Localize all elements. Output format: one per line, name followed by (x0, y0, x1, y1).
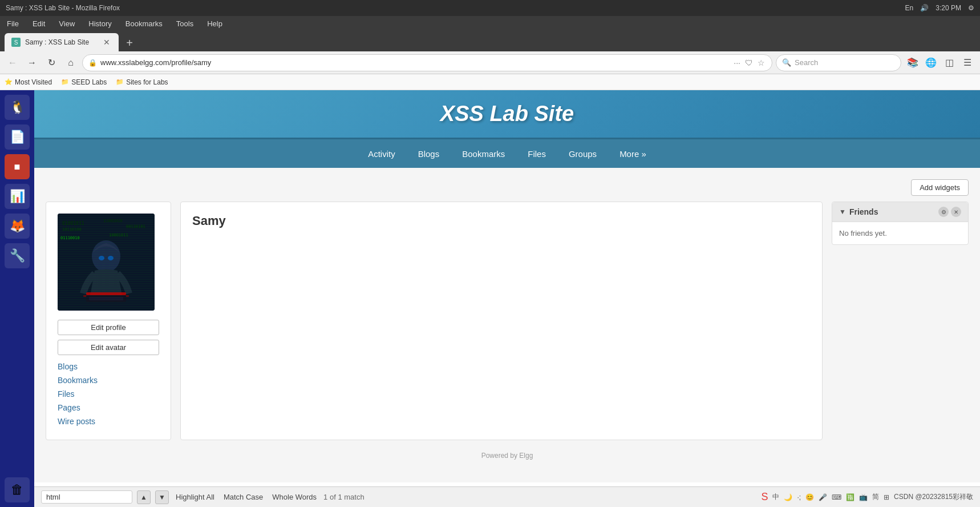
tray-icon-1: S (761, 491, 768, 503)
match-case-option[interactable]: Match Case (221, 492, 265, 502)
taskbar-icon-settings[interactable]: 🔧 (5, 243, 30, 268)
tab-title: Samy : XSS Lab Site (25, 38, 89, 46)
highlight-all-option[interactable]: Highlight All (173, 492, 217, 502)
tray-icon-4: ·; (797, 493, 801, 501)
tray-icon-11: ⊞ (884, 493, 889, 501)
edit-profile-button[interactable]: Edit profile (58, 320, 159, 335)
os-titlebar: Samy : XSS Lab Site - Mozilla Firefox En… (0, 0, 980, 16)
bookmark-star-icon[interactable]: ☆ (756, 57, 766, 69)
reload-button[interactable]: ↻ (43, 55, 59, 71)
synced-tabs-icon[interactable]: 🌐 (923, 55, 939, 71)
new-tab-button[interactable]: + (121, 34, 138, 51)
address-bar-actions: ··· 🛡 ☆ (732, 57, 766, 69)
svg-rect-11 (89, 297, 123, 300)
tray-icon-10: 简 (872, 492, 879, 502)
back-button[interactable]: ← (5, 55, 21, 71)
lock-icon: 🔒 (88, 59, 97, 67)
taskbar-icon-trash[interactable]: 🗑 (5, 477, 30, 502)
svg-text:10001011: 10001011 (109, 233, 128, 238)
nav-groups[interactable]: Groups (569, 149, 597, 159)
bookmark-seed-labs[interactable]: 📁 SEED Labs (61, 78, 107, 86)
profile-avatar-image: 01001011 10110100 11001010 00110101 0111… (58, 214, 155, 311)
edit-avatar-button[interactable]: Edit avatar (58, 340, 159, 355)
menu-bookmarks[interactable]: Bookmarks (123, 18, 165, 29)
whole-words-option[interactable]: Whole Words (270, 492, 319, 502)
system-tray: S 中 🌙 ·; 😊 🎤 ⌨ 🈯 📺 简 ⊞ (761, 491, 889, 503)
find-prev-button[interactable]: ▲ (137, 490, 151, 504)
taskbar-icon-chart[interactable]: 📊 (5, 184, 30, 209)
friends-widget: ▼ Friends ⚙ ✕ No friends yet. (832, 202, 969, 245)
bookmark-seed-labs-label: SEED Labs (71, 78, 107, 86)
profile-link-files[interactable]: Files (58, 387, 159, 401)
friends-settings-icon[interactable]: ⚙ (938, 207, 949, 217)
forward-button[interactable]: → (24, 55, 40, 71)
address-bar[interactable]: 🔒 www.xsslabelgg.com/profile/samy ··· 🛡 … (82, 54, 772, 71)
friends-title: Friends (849, 207, 935, 216)
profile-link-bookmarks[interactable]: Bookmarks (58, 373, 159, 387)
star-icon: ⭐ (5, 78, 13, 86)
url-text: www.xsslabelgg.com/profile/samy (100, 58, 729, 67)
bookmark-sites-labs[interactable]: 📁 Sites for Labs (116, 78, 168, 86)
tray-icon-5: 😊 (805, 493, 814, 501)
nav-blogs[interactable]: Blogs (418, 149, 440, 159)
more-options-icon[interactable]: ··· (732, 57, 742, 69)
find-next-button[interactable]: ▼ (155, 490, 169, 504)
bookmarks-bar: ⭐ Most Visited 📁 SEED Labs 📁 Sites for L… (0, 74, 980, 90)
svg-rect-10 (86, 295, 126, 302)
tray-icon-8: 🈯 (846, 493, 855, 501)
nav-files[interactable]: Files (528, 149, 546, 159)
svg-rect-9 (83, 295, 129, 297)
home-button[interactable]: ⌂ (63, 55, 79, 71)
menu-help[interactable]: Help (205, 18, 225, 29)
os-lang: En (905, 4, 914, 12)
taskbar-icon-firefox[interactable]: 🦊 (5, 214, 30, 239)
bookmark-most-visited[interactable]: ⭐ Most Visited (5, 78, 52, 86)
pocket-icon[interactable]: 🛡 (744, 57, 754, 69)
profile-link-wire-posts[interactable]: Wire posts (58, 415, 159, 428)
library-icon[interactable]: 📚 (905, 55, 921, 71)
tray-icon-3: 🌙 (784, 493, 792, 501)
nav-bookmarks[interactable]: Bookmarks (462, 149, 505, 159)
search-bar[interactable]: 🔍 Search (776, 54, 901, 71)
site-header: XSS Lab Site (34, 90, 980, 139)
profile-link-pages[interactable]: Pages (58, 401, 159, 415)
friends-header: ▼ Friends ⚙ ✕ (832, 202, 968, 222)
nav-bar: ← → ↻ ⌂ 🔒 www.xsslabelgg.com/profile/sam… (0, 51, 980, 74)
tab-favicon: S (11, 38, 21, 47)
profile-main: Samy (180, 202, 823, 440)
nav-more[interactable]: More » (619, 149, 646, 159)
menu-history[interactable]: History (86, 18, 114, 29)
taskbar-icon-document[interactable]: 📄 (5, 124, 30, 150)
tab-close-button[interactable]: ✕ (102, 37, 112, 47)
taskbar-icon-penguin[interactable]: 🐧 (5, 95, 30, 120)
friends-close-icon[interactable]: ✕ (951, 207, 961, 217)
menu-tools[interactable]: Tools (174, 18, 196, 29)
no-friends-text: No friends yet. (839, 229, 887, 238)
profile-link-blogs[interactable]: Blogs (58, 360, 159, 373)
nav-activity[interactable]: Activity (368, 149, 395, 159)
menu-icon[interactable]: ☰ (959, 55, 975, 71)
search-icon: 🔍 (782, 58, 791, 67)
menu-view[interactable]: View (56, 18, 77, 29)
menu-file[interactable]: File (5, 18, 21, 29)
friends-body: No friends yet. (832, 222, 968, 244)
os-time: 3:20 PM (936, 4, 961, 12)
folder-icon-2: 📁 (116, 78, 124, 86)
search-placeholder: Search (795, 58, 818, 67)
tray-icon-7: ⌨ (832, 493, 841, 501)
find-input[interactable] (41, 490, 132, 504)
tab-bar: S Samy : XSS Lab Site ✕ + (0, 31, 980, 51)
sidebar-toggle-icon[interactable]: ◫ (941, 55, 957, 71)
add-widgets-button[interactable]: Add widgets (911, 179, 969, 196)
svg-rect-0 (58, 214, 155, 311)
os-settings-icon[interactable]: ⚙ (968, 4, 974, 12)
status-bar-right: S 中 🌙 ·; 😊 🎤 ⌨ 🈯 📺 简 ⊞ CSDN @20232815彩祥敬 (754, 486, 980, 507)
taskbar-icon-terminal[interactable]: ■ (5, 154, 30, 179)
taskbar-bottom: 🗑 (5, 477, 30, 502)
active-tab[interactable]: S Samy : XSS Lab Site ✕ (5, 33, 119, 51)
svg-text:01110010: 01110010 (60, 236, 80, 240)
menu-edit[interactable]: Edit (30, 18, 47, 29)
menu-bar: File Edit View History Bookmarks Tools H… (0, 16, 980, 31)
taskbar: 🐧 📄 ■ 📊 🦊 🔧 🗑 (0, 90, 34, 507)
bookmark-most-visited-label: Most Visited (15, 78, 52, 86)
